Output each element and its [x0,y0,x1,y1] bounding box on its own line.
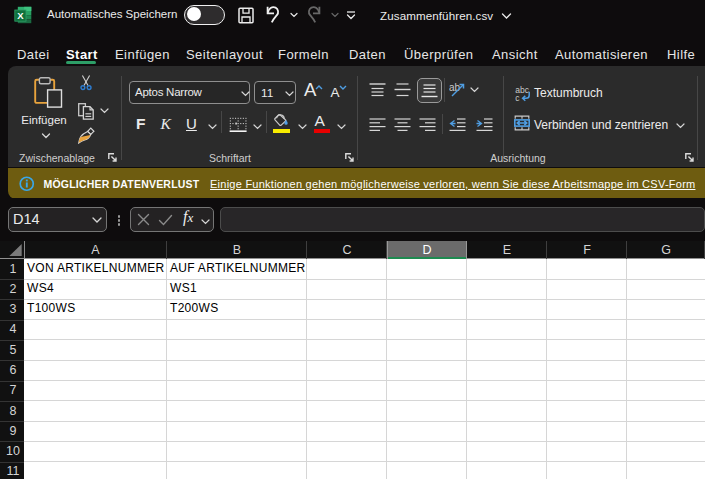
svg-text:c: c [515,93,520,103]
svg-text:X: X [17,10,24,21]
svg-text:ab: ab [449,82,461,93]
